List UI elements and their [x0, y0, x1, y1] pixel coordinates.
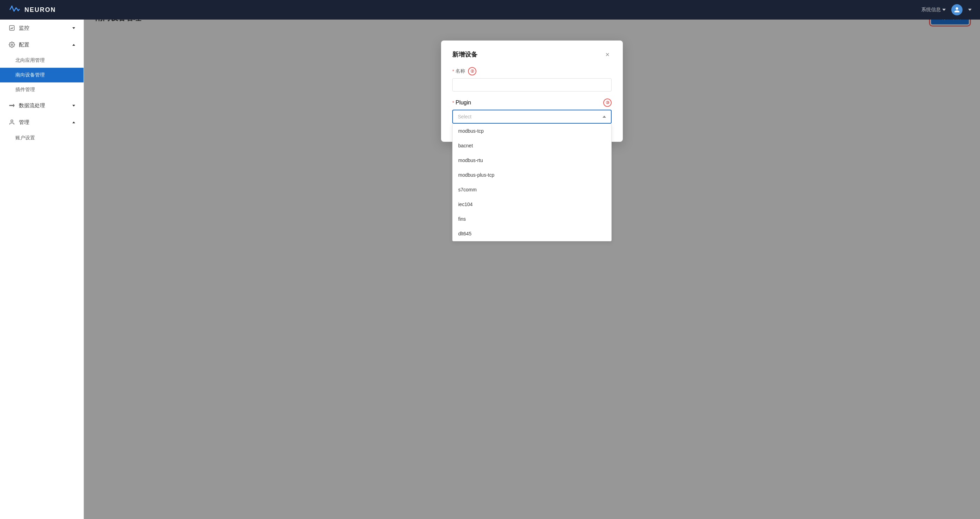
- name-input[interactable]: [452, 78, 612, 92]
- plugin-option-modbus-plus-tcp[interactable]: modbus-plus-tcp: [453, 168, 611, 182]
- account-label: 账户设置: [15, 135, 35, 140]
- config-icon: [8, 41, 15, 48]
- sidebar-monitor-label: 监控: [19, 25, 69, 32]
- plugin-select-wrapper: Select modbus-tcp bacnet modbus-rtu modb…: [452, 110, 612, 124]
- sidebar-config-label: 配置: [19, 41, 69, 48]
- northapp-label: 北向应用管理: [15, 57, 45, 63]
- add-device-modal: 新增设备 × * 名称 ② * Plugin ③ Select: [441, 41, 623, 142]
- name-form-group: * 名称 ②: [452, 67, 612, 92]
- chart-icon: [8, 24, 15, 32]
- plugin-chevron-up-icon: [603, 116, 606, 118]
- sys-info-chevron-icon: [942, 9, 946, 11]
- plugin-option-fins[interactable]: fins: [453, 212, 611, 226]
- plugin-form-group: * Plugin ③ Select modbus-tcp bacnet modb…: [452, 98, 612, 124]
- svg-point-1: [18, 10, 19, 11]
- step3-badge: ③: [603, 98, 612, 107]
- name-required-star: *: [452, 68, 454, 74]
- sidebar-item-northapp[interactable]: 北向应用管理: [0, 53, 84, 68]
- sidebar-item-dataflow[interactable]: 数据流处理: [0, 97, 84, 114]
- plugin-select-placeholder: Select: [458, 114, 471, 119]
- svg-point-0: [11, 6, 13, 7]
- sidebar-item-monitor[interactable]: 监控: [0, 19, 84, 37]
- plugin-option-bacnet[interactable]: bacnet: [453, 138, 611, 153]
- modal-close-button[interactable]: ×: [603, 50, 612, 59]
- modal-header: 新增设备 ×: [452, 50, 612, 59]
- plugin-select-box[interactable]: Select: [452, 110, 612, 124]
- modal-overlay: 新增设备 × * 名称 ② * Plugin ③ Select: [84, 19, 980, 519]
- user-chevron-icon: [968, 9, 972, 11]
- logo-area: NEURON: [8, 3, 56, 16]
- sys-info-button[interactable]: 系统信息: [921, 6, 946, 13]
- flow-icon: [8, 102, 15, 109]
- neuron-logo-icon: [8, 3, 21, 16]
- svg-rect-2: [10, 25, 14, 30]
- plugin-option-modbus-tcp[interactable]: modbus-tcp: [453, 124, 611, 138]
- dataflow-chevron-icon: [72, 105, 75, 106]
- plugin-option-modbus-rtu[interactable]: modbus-rtu: [453, 153, 611, 168]
- manage-label: 管理: [19, 119, 69, 126]
- plugin-option-iec104[interactable]: iec104: [453, 197, 611, 212]
- plugin-dropdown: modbus-tcp bacnet modbus-rtu modbus-plus…: [452, 124, 612, 241]
- sidebar-item-plugin[interactable]: 插件管理: [0, 83, 84, 97]
- plugin-label: 插件管理: [15, 87, 35, 92]
- plugin-label-text: Plugin: [455, 100, 471, 106]
- step2-badge: ②: [468, 67, 476, 75]
- manage-chevron-icon: [72, 122, 75, 123]
- plugin-label-row: * Plugin ③: [452, 98, 612, 107]
- sidebar-item-config[interactable]: 配置: [0, 37, 84, 53]
- sidebar: 监控 配置 北向应用管理 南向设备管理 插件管理 数据流处理: [0, 19, 84, 519]
- top-nav: NEURON 系统信息: [0, 0, 980, 19]
- plugin-option-s7comm[interactable]: s7comm: [453, 182, 611, 197]
- plugin-required-star: *: [452, 100, 454, 105]
- nav-right: 系统信息: [921, 4, 972, 15]
- user-icon: [954, 6, 960, 13]
- southdev-label: 南向设备管理: [15, 72, 45, 78]
- dataflow-label: 数据流处理: [19, 102, 69, 109]
- name-label-text: 名称: [455, 68, 465, 75]
- manage-user-icon: [8, 119, 15, 126]
- sys-info-label: 系统信息: [921, 6, 941, 13]
- sidebar-item-manage[interactable]: 管理: [0, 114, 84, 131]
- sidebar-item-account[interactable]: 账户设置: [0, 131, 84, 145]
- name-label-row: * 名称 ②: [452, 67, 612, 75]
- sidebar-item-southdev[interactable]: 南向设备管理: [0, 68, 84, 83]
- user-avatar[interactable]: [951, 4, 963, 15]
- app-name: NEURON: [24, 6, 56, 14]
- svg-point-4: [11, 120, 13, 122]
- modal-title: 新增设备: [452, 50, 477, 59]
- monitor-chevron-icon: [72, 27, 75, 29]
- plugin-option-dlt645[interactable]: dlt645: [453, 226, 611, 241]
- svg-point-3: [11, 44, 13, 46]
- config-chevron-icon: [72, 44, 75, 46]
